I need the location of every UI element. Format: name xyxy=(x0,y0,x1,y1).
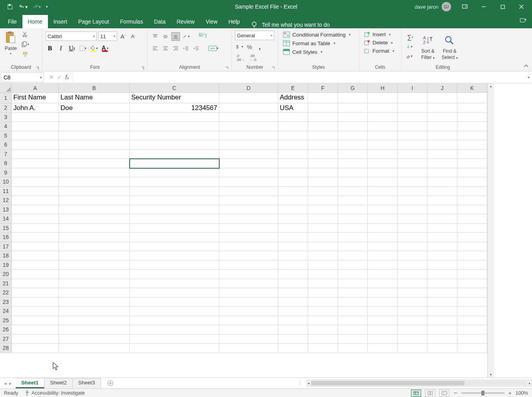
column-header[interactable]: G xyxy=(338,83,368,93)
cell-C22[interactable] xyxy=(130,288,219,298)
cell-B12[interactable] xyxy=(59,196,130,205)
accessibility-status[interactable]: Accessibility: Investigate xyxy=(24,390,84,396)
cell-I18[interactable] xyxy=(398,251,427,261)
cell-E9[interactable] xyxy=(278,168,308,178)
cell-I9[interactable] xyxy=(398,168,427,178)
cell-K21[interactable] xyxy=(457,279,487,289)
cell-C2[interactable]: 1234567 xyxy=(130,103,219,113)
alignment-launcher-icon[interactable] xyxy=(225,65,230,70)
cell-D21[interactable] xyxy=(219,279,278,289)
cell-H7[interactable] xyxy=(368,150,398,159)
cell-D11[interactable] xyxy=(219,187,278,196)
cell-B4[interactable] xyxy=(59,122,130,131)
cell-F12[interactable] xyxy=(308,196,338,205)
cell-C10[interactable] xyxy=(130,177,219,187)
cell-D5[interactable] xyxy=(219,131,278,141)
cell-E11[interactable] xyxy=(278,187,308,196)
cell-E12[interactable] xyxy=(278,196,308,205)
cell-K3[interactable] xyxy=(457,113,487,122)
cell-I10[interactable] xyxy=(398,177,427,187)
cell-I4[interactable] xyxy=(398,122,427,131)
cell-A7[interactable] xyxy=(12,150,59,159)
cell-E19[interactable] xyxy=(278,261,308,270)
cell-J9[interactable] xyxy=(427,168,457,178)
cell-H14[interactable] xyxy=(368,214,398,224)
cell-C11[interactable] xyxy=(130,187,219,196)
cell-F25[interactable] xyxy=(308,316,338,325)
cell-H3[interactable] xyxy=(368,113,398,122)
format-painter-icon[interactable] xyxy=(21,50,29,59)
cell-A14[interactable] xyxy=(12,214,59,224)
cell-I5[interactable] xyxy=(398,131,427,141)
cell-K22[interactable] xyxy=(457,288,487,298)
column-header[interactable]: K xyxy=(457,83,487,93)
cell-B5[interactable] xyxy=(59,131,130,141)
cell-J23[interactable] xyxy=(427,298,457,307)
row-header[interactable]: 19 xyxy=(0,261,12,270)
cell-D17[interactable] xyxy=(219,242,278,252)
cell-B22[interactable] xyxy=(59,288,130,298)
increase-font-icon[interactable]: Aˆ xyxy=(119,32,127,40)
cell-C9[interactable] xyxy=(130,168,219,178)
decrease-decimal-icon[interactable]: .00←.0 xyxy=(248,53,259,62)
align-center-icon[interactable] xyxy=(161,44,170,53)
row-header[interactable]: 5 xyxy=(0,131,12,141)
cell-E28[interactable] xyxy=(278,344,308,353)
cell-B8[interactable] xyxy=(59,159,130,168)
cell-A16[interactable] xyxy=(12,233,59,242)
cell-C5[interactable] xyxy=(130,131,219,141)
delete-cells-button[interactable]: Delete▾ xyxy=(362,39,396,46)
cell-styles-button[interactable]: Cell Styles▾ xyxy=(281,48,352,56)
page-break-view-icon[interactable] xyxy=(439,390,449,397)
cell-D20[interactable] xyxy=(219,270,278,279)
row-header[interactable]: 18 xyxy=(0,251,12,261)
tab-insert[interactable]: Insert xyxy=(48,15,73,28)
find-select-button[interactable]: Find & Select ▾ xyxy=(440,33,459,61)
cell-H11[interactable] xyxy=(368,187,398,196)
cell-A22[interactable] xyxy=(12,288,59,298)
row-header[interactable]: 23 xyxy=(0,298,12,307)
cell-K15[interactable] xyxy=(457,224,487,233)
cell-G21[interactable] xyxy=(338,279,368,289)
cell-F5[interactable] xyxy=(308,131,338,141)
cell-I27[interactable] xyxy=(398,335,427,344)
enter-formula-icon[interactable]: ✓ xyxy=(57,74,62,81)
cell-A4[interactable] xyxy=(12,122,59,131)
cell-I22[interactable] xyxy=(398,288,427,298)
cell-A1[interactable]: First Name xyxy=(12,93,59,103)
cell-H8[interactable] xyxy=(368,159,398,168)
cell-F13[interactable] xyxy=(308,205,338,215)
cell-C27[interactable] xyxy=(130,335,219,344)
cell-H1[interactable] xyxy=(368,93,398,103)
cell-G4[interactable] xyxy=(338,122,368,131)
cell-A3[interactable] xyxy=(12,113,59,122)
cell-A21[interactable] xyxy=(12,279,59,289)
cell-G17[interactable] xyxy=(338,242,368,252)
cell-D16[interactable] xyxy=(219,233,278,242)
cell-A19[interactable] xyxy=(12,261,59,270)
user-name[interactable]: dave jaron xyxy=(415,4,438,10)
tab-page-layout[interactable]: Page Layout xyxy=(73,15,115,28)
cell-A26[interactable] xyxy=(12,325,59,335)
cell-D1[interactable] xyxy=(219,93,278,103)
align-top-icon[interactable] xyxy=(151,32,160,41)
cell-B26[interactable] xyxy=(59,325,130,335)
cell-F22[interactable] xyxy=(308,288,338,298)
sheet-nav-last-icon[interactable]: ▸ xyxy=(9,380,12,386)
fill-icon[interactable]: ▾ xyxy=(405,42,413,51)
cell-C7[interactable] xyxy=(130,150,219,159)
bold-icon[interactable]: B xyxy=(46,44,54,53)
cell-G12[interactable] xyxy=(338,196,368,205)
cell-F1[interactable] xyxy=(308,93,338,103)
cell-C24[interactable] xyxy=(130,307,219,316)
cell-I3[interactable] xyxy=(398,113,427,122)
formula-input[interactable]: ▾ xyxy=(73,72,532,83)
scroll-left-icon[interactable]: ◂ xyxy=(308,381,310,385)
share-icon[interactable] xyxy=(519,17,527,25)
cell-G18[interactable] xyxy=(338,251,368,261)
cell-J11[interactable] xyxy=(427,187,457,196)
row-header[interactable]: 28 xyxy=(0,344,12,353)
column-header[interactable]: J xyxy=(427,83,457,93)
cell-D12[interactable] xyxy=(219,196,278,205)
cell-A9[interactable] xyxy=(12,168,59,178)
